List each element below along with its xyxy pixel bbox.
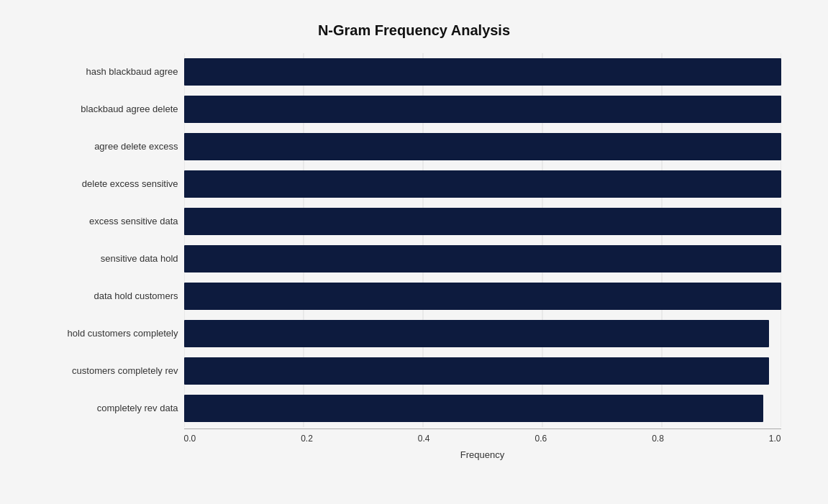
bar-label: sensitive data hold	[35, 253, 178, 264]
bar-label: excess sensitive data	[35, 216, 178, 226]
bar	[184, 283, 781, 310]
bar	[184, 58, 781, 86]
bar-label: delete excess sensitive	[35, 178, 178, 189]
chart-title: N-Gram Frequency Analysis	[33, 22, 796, 39]
bar	[184, 245, 781, 272]
bar-row: delete excess sensitive	[184, 165, 781, 203]
x-ticks: 0.00.20.40.60.81.0	[184, 434, 781, 444]
bars-container: hash blackbaud agreeblackbaud agree dele…	[184, 53, 781, 427]
x-tick: 0.6	[534, 434, 547, 444]
x-tick: 1.0	[769, 434, 781, 444]
bar-row: hold customers completely	[184, 315, 781, 352]
bar-label: hold customers completely	[35, 328, 178, 339]
bar-label: customers completely rev	[35, 365, 178, 376]
bar	[184, 208, 781, 235]
x-tick: 0.4	[418, 434, 430, 444]
bar-row: completely rev data	[184, 390, 781, 427]
bar-label: blackbaud agree delete	[35, 104, 178, 114]
bar-row: sensitive data hold	[184, 240, 781, 278]
bar-label: data hold customers	[35, 290, 178, 301]
chart-container: N-Gram Frequency Analysis hash blackbaud…	[19, 8, 810, 497]
x-tick: 0.8	[652, 434, 664, 444]
bar-label: agree delete excess	[35, 141, 178, 152]
bar-label: completely rev data	[35, 403, 178, 413]
bar-row: excess sensitive data	[184, 203, 781, 240]
bar	[184, 320, 769, 347]
bar	[184, 395, 763, 422]
x-tick: 0.2	[301, 434, 313, 444]
bar-row: customers completely rev	[184, 352, 781, 390]
bar-row: data hold customers	[184, 278, 781, 315]
bar-row: hash blackbaud agree	[184, 53, 781, 91]
x-axis-label: Frequency	[184, 449, 781, 460]
bar	[184, 96, 781, 123]
bar-label: hash blackbaud agree	[35, 66, 178, 77]
bar	[184, 170, 781, 198]
bar	[184, 133, 781, 160]
bar-row: blackbaud agree delete	[184, 91, 781, 128]
bar	[184, 357, 769, 385]
x-tick: 0.0	[184, 434, 196, 444]
bar-row: agree delete excess	[184, 128, 781, 165]
